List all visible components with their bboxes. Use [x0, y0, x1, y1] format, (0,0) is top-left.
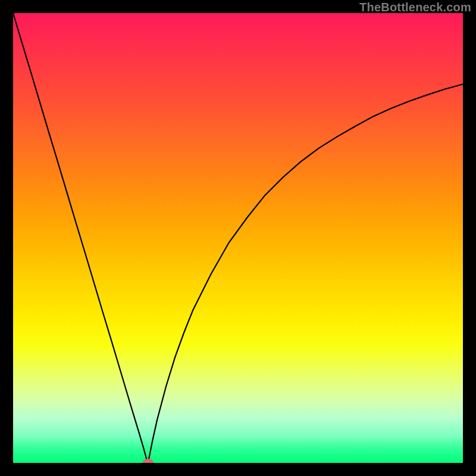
minimum-marker [143, 459, 154, 463]
curve-right-branch [148, 84, 463, 463]
curve-left-branch [13, 13, 148, 463]
watermark-text: TheBottleneck.com [359, 1, 471, 14]
chart-frame: TheBottleneck.com [0, 0, 476, 476]
chart-svg [13, 13, 463, 463]
